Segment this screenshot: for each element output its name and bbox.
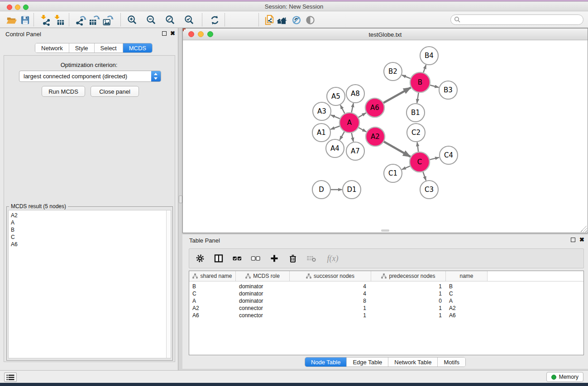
table-row[interactable]: Adominator80A xyxy=(189,297,583,305)
graph-edge-A-A5[interactable] xyxy=(340,105,345,114)
graph-edge-C-C3[interactable] xyxy=(423,172,426,180)
export-table-button[interactable] xyxy=(88,14,100,26)
new-session-button[interactable] xyxy=(263,14,276,26)
zoom-fit-button[interactable] xyxy=(164,14,177,26)
table-cell[interactable]: 8 xyxy=(290,298,371,304)
tab-motifs[interactable]: Motifs xyxy=(438,357,465,367)
zoom-selected-button[interactable] xyxy=(183,14,196,26)
table-cell[interactable]: dominator xyxy=(236,291,290,297)
table-cell[interactable]: A xyxy=(189,298,236,304)
zoom-out-button[interactable] xyxy=(145,14,158,26)
table-cell[interactable]: C xyxy=(446,291,488,297)
horizontal-scrollbar-nub[interactable] xyxy=(381,229,389,232)
window-resize-grip[interactable] xyxy=(581,226,587,232)
graph-edge-B-B3[interactable] xyxy=(430,85,439,87)
first-neighbors-button[interactable] xyxy=(275,14,288,26)
graph-edge-A-A3[interactable] xyxy=(331,115,340,119)
close-panel-icon[interactable]: ✖ xyxy=(170,30,175,37)
tab-mcds[interactable]: MCDS xyxy=(123,43,152,52)
table-cell[interactable]: dominator xyxy=(236,298,290,304)
splitter-grip[interactable] xyxy=(179,195,182,203)
search-input[interactable] xyxy=(450,14,583,25)
table-row[interactable]: A6connector11A6 xyxy=(189,312,583,319)
column-header-mcds-role[interactable]: MCDS role xyxy=(236,271,290,281)
table-settings-button[interactable] xyxy=(195,253,205,263)
tab-node-table[interactable]: Node Table xyxy=(305,357,347,367)
table-cell[interactable]: A xyxy=(446,298,488,304)
close-panel-icon[interactable]: ✖ xyxy=(579,236,584,243)
table-cell[interactable]: A2 xyxy=(446,305,488,311)
table-cell[interactable]: A6 xyxy=(189,312,236,319)
table-cell[interactable]: 4 xyxy=(290,291,371,297)
graph-edge-A-A8[interactable] xyxy=(351,103,353,113)
mcds-result-scrollbar[interactable] xyxy=(166,210,171,358)
float-panel-icon[interactable] xyxy=(571,238,575,242)
open-file-button[interactable] xyxy=(5,14,18,26)
column-visibility-button[interactable] xyxy=(214,253,224,263)
column-header-shared-name[interactable]: shared name xyxy=(189,271,236,281)
table-cell[interactable]: B xyxy=(446,283,488,290)
graph-edge-A-A1[interactable] xyxy=(330,126,340,129)
table-cell[interactable]: B xyxy=(189,283,236,290)
mcds-result-item[interactable]: A xyxy=(9,219,167,226)
delete-table-button[interactable] xyxy=(306,253,316,263)
graph-edge-A-A2[interactable] xyxy=(359,128,366,132)
table-cell[interactable]: connector xyxy=(236,305,290,311)
table-cell[interactable]: 1 xyxy=(371,305,446,311)
delete-row-button[interactable] xyxy=(288,253,298,263)
close-panel-button[interactable]: Close panel xyxy=(91,86,139,97)
graph-edge-A-A6[interactable] xyxy=(358,113,366,117)
graph-edge-C-C4[interactable] xyxy=(430,157,439,160)
table-cell[interactable]: dominator xyxy=(236,283,290,290)
tab-edge-table[interactable]: Edge Table xyxy=(347,357,388,367)
graph-edge-C-C2[interactable] xyxy=(417,142,419,152)
graph-edge-A6-B[interactable] xyxy=(383,87,411,103)
tab-network-table[interactable]: Network Table xyxy=(388,357,438,367)
table-cell[interactable]: 1 xyxy=(371,283,446,290)
tab-select[interactable]: Select xyxy=(95,43,123,52)
graph-edge-B-B4[interactable] xyxy=(423,65,426,72)
mcds-result-item[interactable]: A2 xyxy=(9,212,167,219)
table-row[interactable]: Bdominator41B xyxy=(189,283,583,290)
task-history-button[interactable] xyxy=(4,372,17,382)
table-cell[interactable]: A2 xyxy=(189,305,236,311)
function-builder-button[interactable]: f(x) xyxy=(325,253,340,263)
mcds-result-item[interactable]: C xyxy=(9,234,167,241)
tab-style[interactable]: Style xyxy=(69,43,95,52)
show-all-button[interactable] xyxy=(304,14,316,26)
run-mcds-button[interactable]: Run MCDS xyxy=(42,86,85,97)
column-header-name[interactable]: name xyxy=(446,271,488,281)
graph-edge-C-C1[interactable] xyxy=(402,166,410,170)
table-cell[interactable]: connector xyxy=(236,312,290,319)
table-row[interactable]: Cdominator41C xyxy=(189,290,583,297)
table-cell[interactable]: 4 xyxy=(290,283,371,290)
zoom-in-button[interactable] xyxy=(126,14,139,26)
add-row-button[interactable] xyxy=(269,253,279,263)
network-canvas[interactable]: AA6A2BCA1A3A4A5A7A8B1B2B3B4C1C2C3C4DD1 xyxy=(183,40,588,233)
float-panel-icon[interactable] xyxy=(162,31,167,36)
mcds-result-item[interactable]: A6 xyxy=(9,241,167,248)
table-cell[interactable]: 1 xyxy=(371,312,446,319)
table-cell[interactable]: C xyxy=(189,291,236,297)
mcds-result-item[interactable]: B xyxy=(9,226,167,234)
table-row[interactable]: A2connector11A2 xyxy=(189,305,583,312)
memory-button[interactable]: Memory xyxy=(546,372,583,382)
hide-selected-button[interactable] xyxy=(290,14,303,26)
save-session-button[interactable] xyxy=(19,14,31,26)
refresh-button[interactable] xyxy=(208,14,221,26)
table-cell[interactable]: 0 xyxy=(371,298,446,304)
graph-edge-B-B1[interactable] xyxy=(417,92,419,103)
import-network-button[interactable] xyxy=(39,14,52,26)
optimization-criterion-dropdown[interactable]: largest connected component (directed) xyxy=(19,71,161,82)
tab-network[interactable]: Network xyxy=(35,43,69,52)
column-header-predecessor-nodes[interactable]: predecessor nodes xyxy=(371,271,446,281)
deselect-all-button[interactable] xyxy=(251,253,261,263)
graph-edge-A-A7[interactable] xyxy=(352,133,354,142)
import-table-button[interactable] xyxy=(53,14,65,26)
graph-edge-A2-C[interactable] xyxy=(384,142,411,157)
column-header-successor-nodes[interactable]: successor nodes xyxy=(290,271,371,281)
table-cell[interactable]: 1 xyxy=(290,312,371,319)
export-image-button[interactable] xyxy=(101,14,114,26)
table-cell[interactable]: 1 xyxy=(371,291,446,297)
graph-edge-B-B2[interactable] xyxy=(402,75,411,79)
